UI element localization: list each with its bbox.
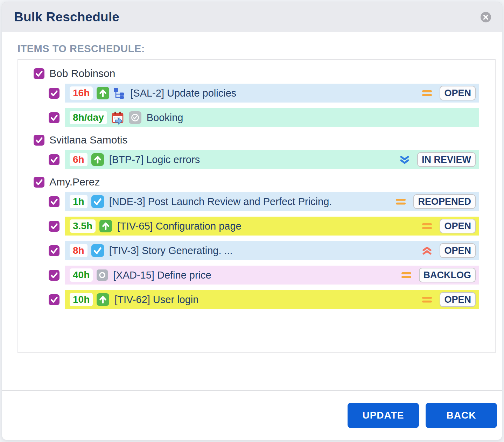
item-title: [TIV-3] Story Generating. ... — [109, 245, 233, 257]
group-checkbox[interactable] — [34, 68, 44, 79]
estimated-hours: 40h — [70, 268, 93, 282]
checkbox-checked-icon — [34, 135, 44, 146]
estimated-hours: 1h — [70, 195, 88, 208]
status-badge: BACKLOG — [419, 268, 476, 282]
checkbox-checked-icon — [49, 245, 59, 256]
checkbox-checked-icon — [49, 112, 59, 123]
item-title: Booking — [147, 112, 183, 124]
group-checkbox[interactable] — [34, 135, 44, 146]
item-title: [XAD-15] Define price — [113, 269, 211, 281]
arrow-up-green-icon — [99, 220, 112, 232]
circle-check-gray-icon — [129, 111, 141, 124]
items-box: Bob Robinson16h[SAL-2] Update policiesOP… — [18, 59, 496, 353]
checkbox-checked-icon — [34, 68, 44, 79]
checkbox-checked-icon — [34, 177, 44, 188]
bulk-reschedule-dialog: Bulk Reschedule ITEMS TO RESCHEDULE: Bob… — [2, 2, 502, 440]
item-checkbox[interactable] — [49, 88, 59, 99]
item-row: 8h/dayBooking — [65, 108, 479, 127]
dialog-title: Bulk Reschedule — [14, 10, 119, 24]
priority-medium-icon — [422, 222, 432, 231]
arrow-up-green-icon — [97, 87, 109, 99]
arrow-up-green-icon — [91, 153, 104, 166]
item-checkbox[interactable] — [49, 245, 59, 256]
checkbox-checked-icon — [49, 196, 59, 207]
item-checkbox[interactable] — [49, 294, 59, 305]
item-row: 1h[NDE-3] Post Launch Review and Perfect… — [65, 192, 479, 211]
item-line: 16h[SAL-2] Update policiesOPEN — [49, 84, 479, 103]
item-line: 8h[TIV-3] Story Generating. ...OPEN — [49, 241, 479, 260]
group-name: Amy.Perez — [49, 176, 100, 188]
item-row: 6h[BTP-7] Logic errorsIN REVIEW — [65, 150, 479, 169]
priority-highest-icon — [422, 246, 432, 255]
item-checkbox[interactable] — [49, 112, 59, 123]
dialog-body: ITEMS TO RESCHEDULE: Bob Robinson16h[SAL… — [2, 32, 502, 390]
item-line: 6h[BTP-7] Logic errorsIN REVIEW — [49, 150, 479, 169]
priority-medium-icon — [422, 295, 432, 304]
dialog-header: Bulk Reschedule — [2, 2, 502, 32]
estimated-hours: 10h — [70, 293, 93, 306]
checkbox-checked-icon — [49, 154, 59, 165]
checkbox-checked-icon — [49, 88, 59, 99]
item-line: 8h/dayBooking — [49, 108, 479, 127]
checkbox-checked-icon — [49, 270, 59, 281]
back-button[interactable]: BACK — [426, 403, 497, 428]
item-title: [BTP-7] Logic errors — [109, 154, 200, 166]
group-header: Bob Robinson — [34, 68, 495, 79]
arrow-up-green-icon — [97, 293, 109, 306]
estimated-hours: 8h — [70, 244, 88, 257]
group-header: Amy.Perez — [34, 176, 495, 188]
item-checkbox[interactable] — [49, 196, 59, 207]
close-button[interactable] — [480, 12, 491, 23]
group-name: Svitlana Samotis — [49, 134, 127, 146]
dialog-footer: UPDATE BACK — [2, 390, 502, 440]
item-line: 3.5h[TIV-65] Configuration pageOPEN — [49, 217, 479, 236]
item-title: [SAL-2] Update policies — [130, 87, 236, 99]
item-checkbox[interactable] — [49, 154, 59, 165]
status-badge: IN REVIEW — [417, 152, 476, 167]
estimated-hours: 6h — [70, 153, 88, 166]
item-checkbox[interactable] — [49, 221, 59, 232]
estimated-hours: 16h — [70, 86, 93, 100]
estimated-hours: 8h/day — [70, 111, 107, 124]
status-badge: OPEN — [440, 219, 476, 233]
item-line: 10h[TIV-62] User loginOPEN — [49, 290, 479, 309]
item-row: 16h[SAL-2] Update policiesOPEN — [65, 84, 479, 103]
item-row: 3.5h[TIV-65] Configuration pageOPEN — [65, 217, 479, 236]
group-checkbox[interactable] — [34, 177, 44, 188]
checkbox-checked-icon — [49, 294, 59, 305]
item-line: 1h[NDE-3] Post Launch Review and Perfect… — [49, 192, 479, 211]
section-label: ITEMS TO RESCHEDULE: — [18, 42, 496, 55]
priority-medium-icon — [422, 89, 432, 98]
calendar-forward-icon — [111, 111, 125, 125]
priority-medium-icon — [401, 271, 412, 280]
item-line: 40h[XAD-15] Define priceBACKLOG — [49, 266, 479, 285]
item-row: 10h[TIV-62] User loginOPEN — [65, 290, 479, 309]
priority-lowest-icon — [399, 155, 410, 164]
status-badge: OPEN — [440, 292, 476, 307]
update-button[interactable]: UPDATE — [348, 403, 419, 428]
item-title: [TIV-62] User login — [114, 294, 198, 306]
close-icon — [480, 12, 491, 23]
status-badge: OPEN — [440, 86, 476, 100]
subtask-tree-icon — [113, 87, 125, 99]
item-title: [NDE-3] Post Launch Review and Perfect P… — [109, 196, 332, 208]
priority-medium-icon — [396, 197, 406, 206]
circle-outline-gray-icon — [97, 269, 108, 281]
item-row: 8h[TIV-3] Story Generating. ...OPEN — [65, 241, 479, 260]
check-blue-icon — [91, 244, 104, 257]
check-blue-icon — [91, 195, 104, 208]
group-name: Bob Robinson — [49, 68, 115, 79]
item-row: 40h[XAD-15] Define priceBACKLOG — [65, 266, 479, 285]
item-checkbox[interactable] — [49, 270, 59, 281]
estimated-hours: 3.5h — [70, 219, 96, 233]
group-header: Svitlana Samotis — [34, 134, 495, 146]
status-badge: OPEN — [440, 243, 476, 258]
status-badge: REOPENED — [413, 194, 476, 209]
checkbox-checked-icon — [49, 221, 59, 232]
item-title: [TIV-65] Configuration page — [117, 220, 241, 232]
